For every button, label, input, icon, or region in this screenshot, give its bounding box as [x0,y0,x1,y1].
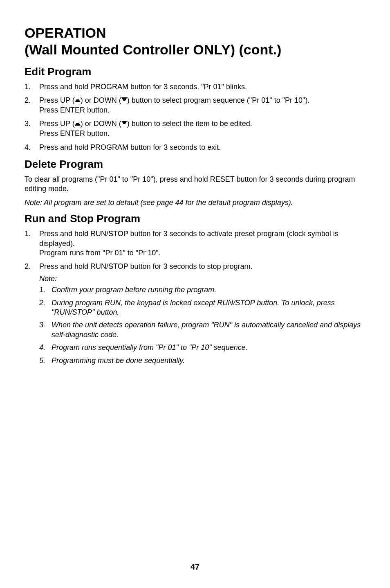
edit-program-list: 1. Press and hold PROGRAM button for 3 s… [25,82,365,152]
list-item: 3. Press UP () or DOWN () button to sele… [25,119,365,138]
subitem-text: Program runs sequentially from "Pr 01" t… [52,343,365,352]
item-number: 1. [25,82,39,92]
title-line2: (Wall Mounted Controller ONLY) (cont.) [25,42,281,57]
subitem-number: 1. [39,285,52,295]
item-text: Press and hold RUN/STOP button for 3 sec… [39,229,365,258]
page-number: 47 [0,562,390,572]
subitem-number: 3. [39,320,52,340]
delete-program-heading: Delete Program [25,158,365,171]
sublist-item: 3. When the unit detects operation failu… [39,320,365,340]
page-title: OPERATION (Wall Mounted Controller ONLY)… [25,25,365,58]
edit-program-heading: Edit Program [25,65,365,78]
sublist-item: 1. Confirm your program before running t… [39,285,365,295]
subitem-number: 2. [39,298,52,318]
item-text: Press and hold RUN/STOP button for 3 sec… [39,262,365,369]
delete-program-note: Note: All program are set to default (se… [25,198,365,207]
note-sublist: 1. Confirm your program before running t… [39,285,365,365]
list-item: 2. Press UP () or DOWN () button to sele… [25,96,365,115]
note-label: Note: [39,274,365,284]
list-item: 2. Press and hold RUN/STOP button for 3 … [25,262,365,369]
item-number: 1. [25,229,39,258]
item-number: 2. [25,96,39,115]
subitem-text: Confirm your program before running the … [52,285,365,295]
item-text: Press UP () or DOWN () button to select … [39,119,365,138]
sublist-item: 5. Programming must be done sequentially… [39,356,365,365]
list-item: 4. Press and hold PROGRAM button for 3 s… [25,143,365,152]
subitem-text: Programming must be done sequentially. [52,356,365,365]
run-stop-list: 1. Press and hold RUN/STOP button for 3 … [25,229,365,369]
subitem-text: When the unit detects operation failure,… [52,320,365,340]
item-text: Press and hold PROGRAM button for 3 seco… [39,82,365,92]
triangle-up-icon [75,95,81,105]
item-text: Press UP () or DOWN () button to select … [39,96,365,115]
item-number: 2. [25,262,39,369]
item-number: 3. [25,119,39,138]
item-text: Press and hold PROGRAM button for 3 seco… [39,143,365,152]
triangle-down-icon [121,119,127,128]
triangle-down-icon [121,95,127,105]
sublist-item: 2. During program RUN, the keypad is loc… [39,298,365,318]
list-item: 1. Press and hold PROGRAM button for 3 s… [25,82,365,92]
subitem-text: During program RUN, the keypad is locked… [52,298,365,318]
delete-program-text: To clear all programs ("Pr 01" to "Pr 10… [25,175,365,194]
subitem-number: 5. [39,356,52,365]
item-number: 4. [25,143,39,152]
run-stop-heading: Run and Stop Program [25,212,365,225]
sublist-item: 4. Program runs sequentially from "Pr 01… [39,343,365,352]
list-item: 1. Press and hold RUN/STOP button for 3 … [25,229,365,258]
subitem-number: 4. [39,343,52,352]
title-line1: OPERATION [25,25,106,41]
triangle-up-icon [75,119,81,128]
